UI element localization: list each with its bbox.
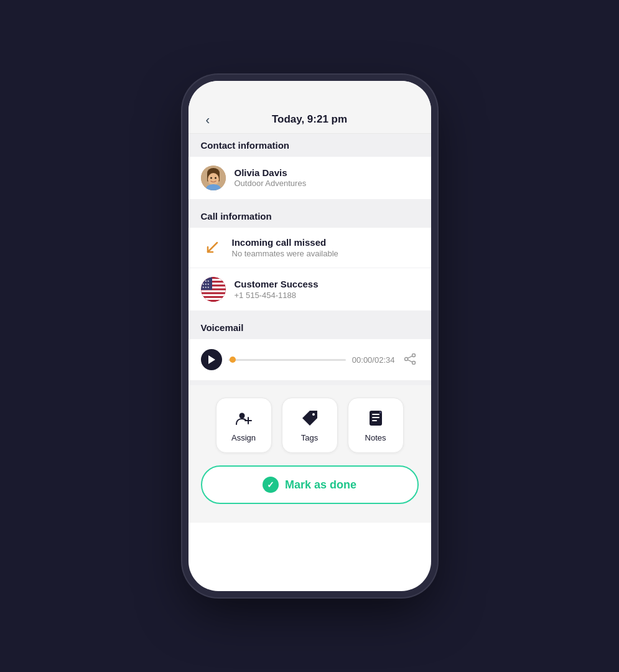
share-icon — [404, 353, 416, 365]
tags-icon — [300, 408, 320, 428]
notes-label: Notes — [365, 433, 386, 442]
action-buttons-section: Assign Tags — [188, 385, 431, 465]
assign-icon — [234, 408, 254, 428]
contact-section-label: Contact information — [188, 134, 431, 157]
call-line-number: +1 515-454-1188 — [235, 291, 319, 301]
svg-rect-15 — [201, 291, 226, 292]
missed-call-title: Incoming call missed — [232, 236, 338, 249]
svg-line-8 — [208, 243, 217, 252]
status-bar — [188, 81, 431, 108]
notes-button[interactable]: Notes — [348, 398, 404, 453]
mark-done-label: Mark as done — [285, 478, 356, 492]
svg-text:★★★: ★★★ — [202, 286, 210, 289]
call-line-info: Customer Success +1 515-454-1188 — [235, 278, 319, 301]
contact-company: Outdoor Adventures — [235, 179, 307, 189]
assign-label: Assign — [231, 433, 256, 442]
flag-icon: ★★★ ★★★ ★★★ — [201, 277, 226, 302]
play-icon — [208, 355, 215, 364]
missed-call-icon — [201, 236, 223, 259]
svg-rect-34 — [372, 420, 377, 421]
missed-call-row: Incoming call missed No teammates were a… — [188, 228, 431, 268]
header: ‹ Today, 9:21 pm — [188, 108, 431, 134]
assign-button[interactable]: Assign — [216, 398, 272, 453]
call-section-label: Call information — [188, 205, 431, 228]
svg-point-22 — [412, 353, 415, 357]
voicemail-player: 00:00/02:34 — [188, 339, 431, 380]
svg-point-6 — [215, 177, 216, 179]
spacer-3 — [188, 380, 431, 385]
time-display: 00:00/02:34 — [352, 355, 395, 365]
svg-point-23 — [412, 361, 415, 364]
svg-rect-33 — [372, 417, 379, 418]
check-circle-icon: ✓ — [263, 477, 279, 493]
notes-icon — [366, 408, 386, 428]
svg-rect-17 — [201, 298, 226, 300]
missed-call-info: Incoming call missed No teammates were a… — [232, 236, 338, 259]
avatar — [201, 166, 226, 190]
svg-rect-32 — [372, 414, 379, 415]
missed-call-subtitle: No teammates were available — [232, 249, 338, 259]
contact-info: Olivia Davis Outdoor Adventures — [235, 167, 307, 189]
mark-done-button[interactable]: ✓ Mark as done — [201, 465, 419, 504]
voicemail-section-label: Voicemail — [188, 316, 431, 339]
tags-button[interactable]: Tags — [282, 398, 338, 453]
back-button[interactable]: ‹ — [201, 110, 215, 129]
call-line-name: Customer Success — [235, 278, 319, 291]
share-button[interactable] — [401, 351, 419, 369]
spacer-1 — [188, 200, 431, 205]
svg-point-30 — [312, 413, 315, 416]
check-mark: ✓ — [267, 480, 274, 490]
header-title: Today, 9:21 pm — [272, 113, 347, 126]
svg-point-24 — [404, 357, 407, 360]
svg-point-5 — [210, 177, 212, 179]
contact-row[interactable]: Olivia Davis Outdoor Adventures — [188, 157, 431, 200]
tags-label: Tags — [301, 433, 318, 442]
svg-point-27 — [239, 413, 244, 419]
play-button[interactable] — [201, 349, 222, 370]
call-line-row: ★★★ ★★★ ★★★ Customer Success +1 515-454-… — [188, 268, 431, 311]
spacer-2 — [188, 311, 431, 316]
svg-point-4 — [208, 173, 219, 185]
svg-rect-16 — [201, 294, 226, 296]
progress-track[interactable] — [228, 359, 346, 361]
svg-line-26 — [407, 360, 412, 362]
progress-dot — [230, 357, 236, 363]
contact-name: Olivia Davis — [235, 167, 307, 179]
phone-shell: ‹ Today, 9:21 pm Contact information — [188, 81, 431, 591]
mark-done-section: ✓ Mark as done — [188, 465, 431, 523]
svg-line-25 — [407, 356, 412, 358]
back-icon: ‹ — [206, 113, 210, 126]
